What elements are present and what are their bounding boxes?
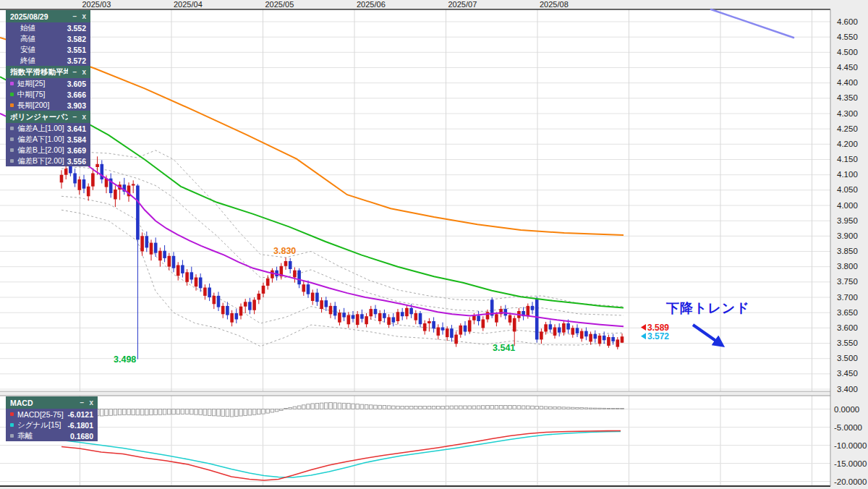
chart-canvas[interactable]: 4.6004.5504.5004.4504.4004.3504.3004.250… <box>0 0 868 489</box>
row-label: 始値 <box>20 23 35 33</box>
candle-body <box>594 334 597 339</box>
ohlc-panel-header[interactable]: 2025/08/29−x <box>6 10 90 22</box>
price-axis-label: 3.500 <box>837 354 858 362</box>
row-value: 0.1680 <box>70 432 93 441</box>
panel-close-button[interactable]: x <box>82 68 86 76</box>
macd-histogram-bar <box>185 409 189 414</box>
macd-axis-label: -15.0000 <box>834 459 867 468</box>
candle-body <box>423 323 427 331</box>
macd-histogram-bar <box>280 409 284 411</box>
candle-body <box>562 323 566 333</box>
bollinger-row: 偏差B下[2.00]3.556 <box>6 156 90 166</box>
ema-row: 短期[25]3.605 <box>6 78 90 89</box>
candle-body <box>320 300 323 309</box>
candle-body <box>176 265 180 276</box>
ohlc-row: 安値3.551 <box>6 44 90 55</box>
macd-histogram-bar <box>495 406 498 409</box>
candle-body <box>414 313 418 320</box>
candle-body <box>405 308 409 316</box>
candle-body <box>549 324 553 329</box>
panel-minimize-button[interactable]: − <box>73 12 77 20</box>
candle-body <box>154 243 158 253</box>
price-axis-label: 4.600 <box>837 17 858 26</box>
macd-histogram-bar <box>427 407 431 409</box>
macd-histogram-bar <box>535 407 539 409</box>
macd-histogram-bar <box>531 406 535 409</box>
macd-histogram-bar <box>163 409 166 415</box>
row-value: 3.605 <box>67 80 86 88</box>
row-label: 短期[25] <box>17 79 46 89</box>
candle-body <box>163 251 166 258</box>
panel-close-button[interactable]: x <box>82 12 86 20</box>
macd-panel-header[interactable]: MACD−x <box>6 396 98 409</box>
candle-body <box>387 318 391 326</box>
macd-histogram-bar <box>576 407 579 409</box>
candle-body <box>158 251 162 261</box>
candle-body <box>607 337 610 346</box>
macd-histogram-bar <box>221 409 225 417</box>
row-label: 偏差A下[1.00] <box>17 135 64 145</box>
macd-histogram-bar <box>370 405 373 409</box>
price-axis-label: 4.150 <box>837 155 858 163</box>
candle-body <box>203 288 207 296</box>
panel-minimize-button[interactable]: − <box>73 113 77 121</box>
macd-histogram-bar <box>486 406 490 409</box>
macd-histogram-bar <box>432 407 435 409</box>
panel-close-button[interactable]: x <box>89 399 93 407</box>
bollinger-panel-header[interactable]: ボリンジャーバンド−x <box>6 111 90 123</box>
macd-histogram-bar <box>553 407 557 409</box>
macd-histogram-bar <box>392 406 396 409</box>
candle-body <box>486 312 490 319</box>
macd-histogram-bar <box>598 408 602 409</box>
candle-body <box>365 316 368 324</box>
price-axis-label: 3.550 <box>837 339 858 347</box>
candle-body <box>427 321 431 323</box>
candle-body <box>235 313 239 320</box>
ohlc-row: 始値3.552 <box>6 22 90 33</box>
panel-minimize-button[interactable]: − <box>80 399 85 407</box>
price-axis-label: 4.500 <box>837 48 858 56</box>
macd-panel-title: MACD <box>10 399 75 407</box>
candle-body <box>78 179 82 190</box>
macd-histogram-bar <box>262 409 265 414</box>
candle-body <box>252 299 256 310</box>
candle-body <box>437 328 441 336</box>
macd-histogram-bar <box>176 409 180 414</box>
ema-panel-header[interactable]: 指数平滑移動平均−x <box>6 66 90 78</box>
candle-body <box>226 306 229 315</box>
macd-histogram-bar <box>383 406 386 409</box>
candle-body <box>289 261 292 269</box>
price-axis-label: 4.450 <box>837 63 858 72</box>
macd-histogram-bar <box>190 409 194 414</box>
macd-histogram-bar <box>616 409 620 409</box>
macd-histogram-bar <box>208 409 211 416</box>
macd-histogram-bar <box>297 406 301 409</box>
panel-close-button[interactable]: x <box>82 113 86 121</box>
candle-body <box>468 320 472 332</box>
price-axis-label: 3.600 <box>837 323 858 332</box>
price-axis-label: 4.100 <box>837 170 858 179</box>
candle-body <box>603 336 606 340</box>
macd-histogram-bar <box>311 404 315 409</box>
macd-histogram-bar <box>580 408 584 409</box>
macd-histogram-bar <box>437 407 441 409</box>
candle-body <box>378 313 382 321</box>
candle-body <box>114 190 117 200</box>
macd-histogram-bar <box>230 409 234 417</box>
macd-histogram-bar <box>423 407 427 409</box>
macd-histogram-bar <box>441 406 445 409</box>
macd-histogram-bar <box>168 409 171 414</box>
row-value: 3.584 <box>67 135 86 144</box>
macd-histogram-bar <box>252 409 256 415</box>
macd-histogram-bar <box>181 409 184 414</box>
macd-histogram-bar <box>195 409 198 415</box>
candle-body <box>297 271 301 285</box>
macd-histogram-bar <box>271 409 274 413</box>
macd-histogram-bar <box>217 409 221 417</box>
panel-minimize-button[interactable]: − <box>73 68 77 76</box>
candle-body <box>95 164 99 167</box>
candle-body <box>64 169 68 175</box>
candle-body <box>584 331 588 337</box>
macd-histogram-bar <box>450 406 454 409</box>
macd-histogram-bar <box>226 409 229 417</box>
